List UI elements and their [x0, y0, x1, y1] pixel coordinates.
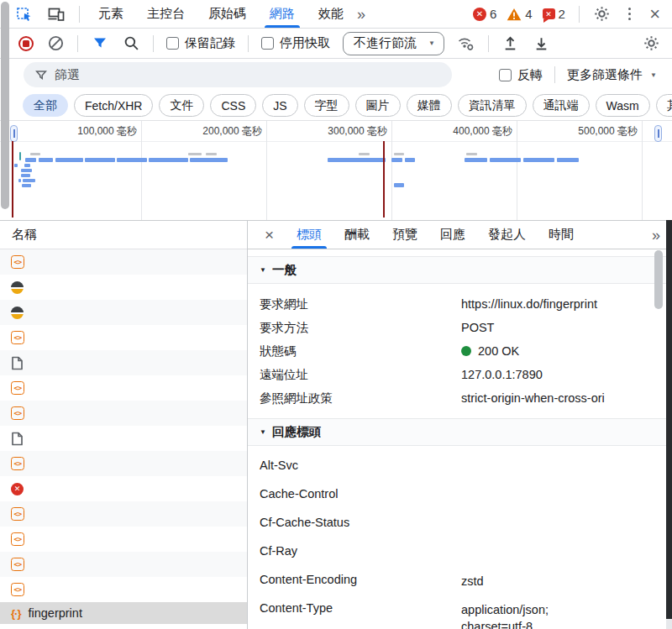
- export-har-icon[interactable]: [533, 34, 551, 53]
- details-tab-預覽[interactable]: 預覽: [392, 221, 417, 249]
- request-row[interactable]: [0, 350, 247, 375]
- preserve-log-checkbox[interactable]: 保留記錄: [166, 35, 235, 51]
- filter-funnel-icon[interactable]: [91, 34, 109, 53]
- clear-network-log-icon[interactable]: [46, 34, 65, 53]
- network-settings-gear-icon[interactable]: [642, 34, 660, 53]
- type-filter-CSS[interactable]: CSS: [210, 94, 256, 117]
- name-column-header[interactable]: 名稱: [0, 221, 247, 249]
- request-row[interactable]: <>: [0, 401, 247, 426]
- issues-badge[interactable]: ✕ 2: [543, 7, 565, 21]
- script-file-icon: <>: [11, 406, 24, 420]
- overview-right-handle[interactable]: [654, 125, 662, 142]
- type-filter-圖片[interactable]: 圖片: [355, 94, 401, 117]
- general-section-header[interactable]: ▼ 一般: [248, 256, 672, 284]
- request-row-fingerprint[interactable]: {·}fingerprint: [0, 602, 247, 624]
- overview-left-handle[interactable]: [10, 125, 18, 142]
- more-filters-button[interactable]: 更多篩選條件 ▼: [567, 67, 657, 83]
- filter-input[interactable]: 篩選: [24, 62, 452, 87]
- requests-panel: 名稱 <><><><><>✕<><><><>{·}fingerprint: [0, 221, 248, 629]
- search-icon[interactable]: [122, 34, 140, 53]
- type-filter-Fetch/XHR[interactable]: Fetch/XHR: [74, 94, 153, 117]
- invert-filter-checkbox[interactable]: 反轉: [499, 67, 543, 83]
- throttling-select[interactable]: 不進行節流 ▼: [343, 32, 444, 55]
- type-filter-其他[interactable]: 其他: [656, 94, 672, 117]
- details-tab-標頭[interactable]: 標頭: [297, 221, 322, 249]
- waterfall-bar: [23, 179, 35, 182]
- type-filter-資訊清單[interactable]: 資訊清單: [458, 94, 527, 117]
- waterfall-bar: [18, 179, 21, 182]
- checkbox[interactable]: [166, 37, 179, 50]
- failed-request-icon: ✕: [11, 483, 24, 495]
- waterfall-bar: [394, 183, 404, 187]
- request-row[interactable]: <>: [0, 249, 247, 275]
- tab-網路[interactable]: 網路: [270, 0, 295, 28]
- waterfall-bar: [557, 158, 579, 162]
- import-har-icon[interactable]: [501, 34, 520, 53]
- warnings-badge[interactable]: 4: [507, 7, 532, 21]
- header-value: application/json; charset=utf-8: [461, 601, 604, 629]
- tab-元素[interactable]: 元素: [98, 0, 123, 28]
- type-filter-媒體[interactable]: 媒體: [407, 94, 452, 117]
- request-row[interactable]: [0, 426, 247, 451]
- tab-效能[interactable]: 效能: [318, 0, 344, 28]
- record-network-log-icon[interactable]: [18, 36, 34, 51]
- more-options-icon[interactable]: [625, 4, 634, 24]
- request-row[interactable]: <>: [0, 325, 247, 350]
- close-details-icon[interactable]: ×: [265, 227, 274, 243]
- waterfall-bar: [149, 158, 188, 162]
- request-row[interactable]: <>: [0, 451, 247, 476]
- header-key: Cf-Ray: [260, 544, 461, 558]
- settings-gear-icon[interactable]: [593, 5, 612, 24]
- checkbox[interactable]: [499, 69, 512, 81]
- network-conditions-icon[interactable]: [457, 34, 475, 53]
- request-row[interactable]: <>: [0, 501, 247, 527]
- response-headers-section-header[interactable]: ▼ 回應標頭: [248, 418, 672, 446]
- response-header-rows: Alt-SvcCache-ControlCf-Cache-StatusCf-Ra…: [260, 453, 672, 624]
- header-key: 遠端位址: [260, 367, 461, 383]
- more-details-tabs-icon[interactable]: »: [652, 228, 659, 243]
- timeline-tick-label: 400,000 毫秒: [453, 124, 512, 139]
- waterfall-bar: [22, 184, 31, 187]
- details-tab-發起人[interactable]: 發起人: [488, 221, 526, 249]
- divider: [488, 35, 489, 52]
- request-row[interactable]: ✕: [0, 476, 247, 501]
- waterfall-bar: [328, 158, 386, 162]
- request-row[interactable]: <>: [0, 577, 247, 602]
- tab-原始碼[interactable]: 原始碼: [208, 0, 246, 28]
- type-filter-字型[interactable]: 字型: [304, 94, 349, 117]
- request-row[interactable]: [0, 275, 247, 300]
- request-row[interactable]: <>: [0, 375, 247, 401]
- timeline-gridline: [642, 121, 643, 220]
- type-filter-文件[interactable]: 文件: [159, 94, 204, 117]
- details-tab-回應[interactable]: 回應: [440, 221, 465, 249]
- divider: [79, 6, 80, 23]
- type-filter-全部[interactable]: 全部: [23, 94, 68, 117]
- request-row[interactable]: [0, 300, 247, 325]
- device-toolbar-icon[interactable]: [47, 5, 66, 24]
- page-scrollbar-thumb[interactable]: [1, 2, 9, 209]
- request-row[interactable]: <>: [0, 552, 247, 577]
- network-overview-timeline[interactable]: 100,000 毫秒200,000 毫秒300,000 毫秒400,000 毫秒…: [0, 121, 672, 221]
- script-file-icon: <>: [11, 558, 24, 571]
- tab-主控台[interactable]: 主控台: [147, 0, 185, 28]
- close-devtools-icon[interactable]: ×: [648, 5, 662, 24]
- type-filter-JS[interactable]: JS: [262, 94, 297, 117]
- request-details-panel: × 標頭酬載預覽回應發起人時間 » ▼ 一般 要求網址https://linux…: [248, 221, 672, 629]
- waterfall-bar: [490, 158, 521, 162]
- disable-cache-checkbox[interactable]: 停用快取: [261, 35, 330, 51]
- header-value: strict-origin-when-cross-ori: [461, 391, 672, 405]
- warning-icon: [507, 8, 522, 21]
- type-filter-Wasm[interactable]: Wasm: [596, 94, 650, 117]
- type-filter-通訊端[interactable]: 通訊端: [533, 94, 590, 117]
- details-tab-時間[interactable]: 時間: [549, 221, 574, 249]
- checkbox[interactable]: [261, 37, 274, 50]
- details-scrollbar-thumb[interactable]: [654, 250, 663, 309]
- more-tabs-icon[interactable]: »: [357, 7, 364, 22]
- details-tab-酬載[interactable]: 酬載: [344, 221, 370, 249]
- inspect-icon[interactable]: [15, 5, 34, 24]
- errors-badge[interactable]: ✕ 6: [473, 7, 496, 21]
- timeline-gridline: [517, 121, 517, 220]
- font-file-icon: [11, 307, 24, 319]
- request-row[interactable]: <>: [0, 527, 247, 552]
- header-key: 要求方法: [260, 320, 461, 336]
